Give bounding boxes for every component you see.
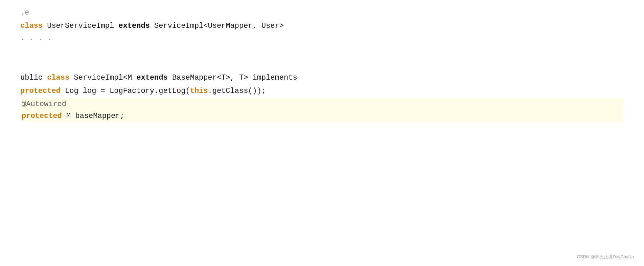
watermark: CSDN @学无止境DayDayUp	[577, 254, 634, 260]
code-line-9: @Autowired	[20, 98, 624, 110]
class-name: UserServiceImpl	[47, 22, 118, 30]
dots-text: . . . .	[20, 34, 51, 43]
usermapper-text: UserMapper	[208, 22, 253, 30]
keyword-protected-1: protected	[20, 87, 61, 95]
getclass-text: .getClass());	[208, 87, 266, 95]
serviceimpl-text: ServiceImpl<	[154, 22, 208, 30]
autowired-annotation: @Autowired	[22, 100, 66, 108]
user-text: User>	[257, 22, 284, 30]
comma-text: ,	[253, 22, 257, 30]
code-line-10: protected M baseMapper;	[20, 110, 624, 122]
t-text: T>	[235, 74, 248, 82]
serviceimpl2-text: ServiceImpl<	[69, 74, 128, 82]
code-line-2: class UserServiceImpl extends ServiceImp…	[20, 20, 624, 32]
implements-text: implements	[248, 74, 297, 82]
keyword-extends: extends	[118, 22, 150, 30]
m-extends-text: M extends BaseMapper<T>,	[128, 74, 235, 82]
keyword-this: this	[190, 87, 208, 95]
code-line-8: protected Log log = LogFactory.getLog(th…	[20, 85, 624, 97]
code-line-3: . . . .	[20, 33, 624, 44]
ublic-text: ublic	[20, 74, 47, 82]
line1-text: .e	[20, 8, 29, 17]
code-area: .e class UserServiceImpl extends Service…	[0, 0, 644, 266]
highlighted-block: @Autowired protected M baseMapper;	[20, 98, 624, 122]
code-line-7: ublic class ServiceImpl<M extends BaseMa…	[20, 72, 624, 84]
code-line-1: .e	[20, 7, 624, 19]
log-text: Log log = LogFactory.getLog(	[61, 87, 190, 95]
basemapper-text: M baseMapper;	[62, 112, 124, 120]
keyword-class-2: class	[47, 74, 69, 82]
keyword-class: class	[20, 22, 43, 30]
keyword-protected-2: protected	[22, 112, 62, 120]
